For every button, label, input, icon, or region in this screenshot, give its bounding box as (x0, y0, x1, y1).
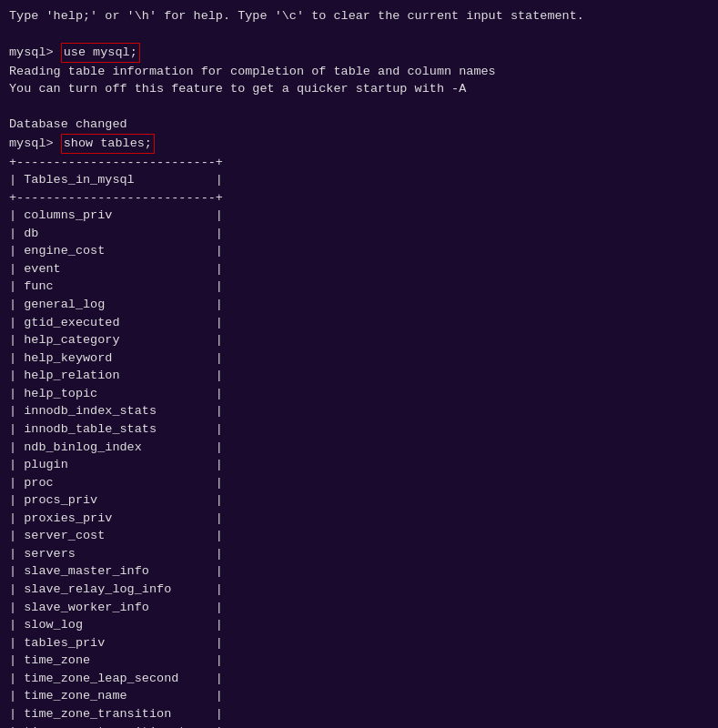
blank-line-1 (9, 25, 709, 44)
turn-off-line: You can turn off this feature to get a q… (9, 80, 709, 98)
table-row: | engine_cost | (9, 242, 709, 260)
table-row: | general_log | (9, 296, 709, 314)
table-row: | slow_log | (9, 616, 709, 634)
table-row: | plugin | (9, 456, 709, 474)
command-line-1: mysql> use mysql; (9, 43, 709, 63)
table-row: | gtid_executed | (9, 314, 709, 332)
command-show-tables: show tables; (61, 134, 155, 154)
table-row: | innodb_table_stats | (9, 420, 709, 439)
command-use-mysql: use mysql; (61, 43, 140, 63)
blank-line-2 (9, 98, 709, 116)
table-row: | event | (9, 260, 709, 278)
prompt-1: mysql> (9, 44, 61, 62)
table-row: | func | (9, 278, 709, 296)
table-row: | columns_priv | (9, 207, 709, 225)
table-row: | proxies_priv | (9, 510, 709, 528)
table-row: | time_zone_transition_type | (9, 723, 709, 729)
table-row: | db | (9, 225, 709, 243)
table-row: | procs_priv | (9, 491, 709, 510)
reading-table-line: Reading table information for completion… (9, 63, 709, 81)
table-rows: | columns_priv || db || engine_cost || e… (9, 207, 709, 728)
table-row: | slave_master_info | (9, 562, 709, 581)
table-border-mid: +---------------------------+ (9, 189, 709, 207)
table-row: | innodb_index_stats | (9, 402, 709, 420)
table-row: | time_zone_leap_second | (9, 670, 709, 688)
table-row: | server_cost | (9, 527, 709, 545)
prompt-2: mysql> (9, 135, 61, 153)
table-row: | ndb_binlog_index | (9, 439, 709, 457)
command-line-2: mysql> show tables; (9, 134, 709, 154)
table-row: | time_zone_name | (9, 687, 709, 705)
table-border-top: +---------------------------+ (9, 154, 709, 172)
table-row: | help_keyword | (9, 349, 709, 368)
table-row: | time_zone_transition | (9, 705, 709, 723)
table-row: | tables_priv | (9, 634, 709, 652)
table-row: | slave_worker_info | (9, 599, 709, 617)
table-row: | proc | (9, 474, 709, 492)
table-row: | slave_relay_log_info | (9, 581, 709, 599)
table-row: | time_zone | (9, 652, 709, 670)
table-row: | help_category | (9, 331, 709, 349)
table-row: | servers | (9, 545, 709, 563)
terminal-window: Type 'help;' or '\h' for help. Type '\c'… (0, 0, 718, 728)
table-header-row: | Tables_in_mysql | (9, 171, 709, 189)
intro-line: Type 'help;' or '\h' for help. Type '\c'… (9, 7, 709, 25)
table-row: | help_relation | (9, 367, 709, 385)
database-changed-line: Database changed (9, 116, 709, 134)
table-row: | help_topic | (9, 385, 709, 403)
